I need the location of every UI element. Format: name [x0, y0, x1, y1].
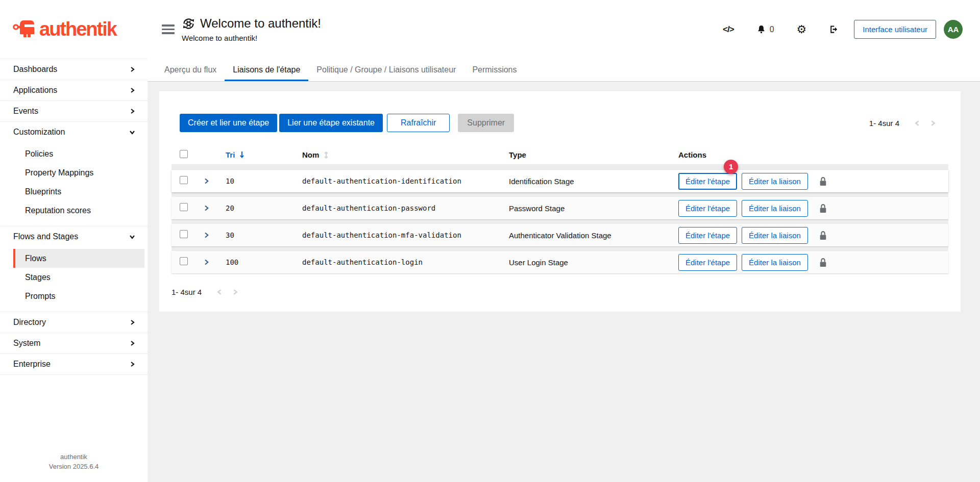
sidebar-item-label: Directory [13, 318, 46, 327]
chevron-right-icon [129, 108, 135, 114]
sidebar-group: Enterprise [0, 353, 148, 375]
notifications-button[interactable]: 0 [756, 24, 774, 35]
next-page-icon[interactable] [227, 289, 242, 295]
edit-binding-button[interactable]: Éditer la liaison [742, 254, 808, 271]
refresh-button[interactable]: Rafraîchir [387, 114, 450, 132]
avatar[interactable]: AA [944, 20, 963, 39]
link-existing-stage-button[interactable]: Lier une étape existante [279, 114, 383, 132]
chevron-right-icon [129, 319, 135, 325]
column-header-nom[interactable]: Nom [302, 150, 319, 159]
sidebar-item-events[interactable]: Events [0, 101, 148, 121]
delete-button: Supprimer [458, 114, 514, 132]
sidebar-item-label: Customization [13, 128, 65, 137]
sidebar-item-blueprints[interactable]: Blueprints [0, 182, 148, 201]
main-area: Welcome to authentik! Welcome to authent… [148, 0, 980, 482]
chevron-right-icon [129, 361, 135, 367]
sidebar-group: Customization Policies Property Mappings… [0, 121, 148, 226]
lock-icon [819, 176, 827, 186]
sidebar-item-stages[interactable]: Stages [0, 268, 148, 287]
sidebar-group: Flows and Stages Flows Stages Prompts [0, 226, 148, 312]
edit-stage-button[interactable]: Éditer l'étape [678, 227, 737, 244]
row-checkbox[interactable] [180, 230, 188, 238]
row-checkbox[interactable] [180, 257, 188, 265]
edit-stage-button[interactable]: Éditer l'étape [678, 254, 737, 271]
sidebar-item-customization[interactable]: Customization [0, 122, 148, 142]
tab-apercu-du-flux[interactable]: Aperçu du flux [156, 59, 225, 81]
sidebar-nav: Dashboards Applications Events Customiza… [0, 59, 148, 375]
edit-stage-button[interactable]: Éditer l'étape [678, 173, 737, 190]
row-tri-value: 100 [226, 258, 302, 266]
table-row: 100 default-authentication-login User Lo… [172, 251, 948, 273]
sidebar-item-enterprise[interactable]: Enterprise [0, 354, 148, 374]
sidebar-item-flows-and-stages[interactable]: Flows and Stages [0, 226, 148, 247]
authentik-logo[interactable]: authentik [0, 0, 148, 59]
sidebar-item-prompts[interactable]: Prompts [0, 287, 148, 306]
table-row: 10 default-authentication-identification… [172, 170, 948, 192]
annotation-badge: 1 [724, 160, 738, 174]
sign-out-button[interactable] [829, 24, 839, 34]
sidebar: authentik Dashboards Applications Events [0, 0, 148, 482]
menu-icon[interactable] [162, 24, 175, 34]
tab-politique-groupe-liaisons-utilisateur[interactable]: Politique / Groupe / Liaisons utilisateu… [308, 59, 464, 81]
expand-row-icon[interactable] [203, 205, 210, 212]
sidebar-item-flows[interactable]: Flows [13, 249, 144, 268]
table-body: 10 default-authentication-identification… [172, 165, 948, 273]
header-actions: </> 0 ⚙ Inter [723, 20, 963, 39]
tab-bar: Aperçu du flux Liaisons de l'étape Polit… [148, 59, 980, 82]
bell-icon [756, 24, 766, 35]
row-tri-value: 20 [226, 204, 302, 212]
sidebar-item-applications[interactable]: Applications [0, 80, 148, 100]
pagination-range: 1- 4sur 4 [869, 119, 899, 128]
row-name-value: default-authentication-password [302, 204, 509, 212]
tab-liaisons-de-letape[interactable]: Liaisons de l'étape [225, 59, 308, 81]
row-checkbox[interactable] [180, 176, 188, 184]
prev-page-icon[interactable] [910, 120, 925, 126]
sidebar-item-dashboards[interactable]: Dashboards [0, 59, 148, 80]
sidebar-item-system[interactable]: System [0, 333, 148, 353]
row-type-value: Authenticator Validation Stage [509, 231, 678, 240]
app-root: authentik Dashboards Applications Events [0, 0, 980, 482]
edit-stage-button[interactable]: Éditer l'étape [678, 200, 737, 217]
flow-gear-icon [182, 17, 195, 31]
sort-desc-icon[interactable] [239, 151, 245, 159]
column-header-actions: Actions [678, 150, 948, 159]
select-all-checkbox[interactable] [180, 150, 188, 158]
sidebar-item-directory[interactable]: Directory [0, 312, 148, 333]
pagination-range: 1- 4sur 4 [172, 288, 202, 296]
prev-page-icon[interactable] [212, 289, 227, 295]
next-page-icon[interactable] [925, 120, 940, 126]
footer-version: Version 2025.6.4 [0, 462, 148, 472]
sort-both-icon[interactable] [323, 151, 329, 159]
table-row: 20 default-authentication-password Passw… [172, 197, 948, 219]
row-checkbox[interactable] [180, 203, 188, 211]
authentik-logo-text: authentik [39, 18, 116, 40]
chevron-right-icon [129, 340, 135, 346]
settings-button[interactable]: ⚙ [797, 24, 807, 35]
edit-binding-button[interactable]: Éditer la liaison [742, 200, 808, 217]
table-header: Tri Nom Type Actions [172, 145, 948, 165]
authentik-logo-icon [12, 19, 36, 40]
edit-binding-button[interactable]: Éditer la liaison [742, 227, 808, 244]
row-name-value: default-authentication-mfa-validation [302, 231, 509, 239]
chevron-down-icon [129, 129, 135, 135]
expand-row-icon[interactable] [203, 232, 210, 239]
row-type-value: Identification Stage [509, 177, 678, 186]
lock-icon [819, 204, 827, 213]
expand-row-icon[interactable] [203, 177, 210, 185]
sidebar-item-label: Enterprise [13, 360, 51, 369]
gear-icon: ⚙ [797, 24, 807, 35]
tab-permissions[interactable]: Permissions [464, 59, 525, 81]
column-header-tri[interactable]: Tri [226, 150, 235, 159]
row-tri-value: 30 [226, 231, 302, 239]
sidebar-item-policies[interactable]: Policies [0, 144, 148, 163]
user-interface-button[interactable]: Interface utilisateur [854, 20, 936, 39]
row-type-value: Password Stage [509, 204, 678, 213]
sidebar-item-reputation-scores[interactable]: Reputation scores [0, 201, 148, 220]
api-browser-button[interactable]: </> [723, 24, 734, 35]
edit-binding-button[interactable]: Éditer la liaison [742, 173, 808, 190]
notification-count: 0 [770, 25, 774, 34]
sidebar-item-label: System [13, 339, 40, 348]
sidebar-item-property-mappings[interactable]: Property Mappings [0, 163, 148, 182]
expand-row-icon[interactable] [203, 259, 210, 266]
create-and-link-stage-button[interactable]: Créer et lier une étape [180, 114, 277, 132]
